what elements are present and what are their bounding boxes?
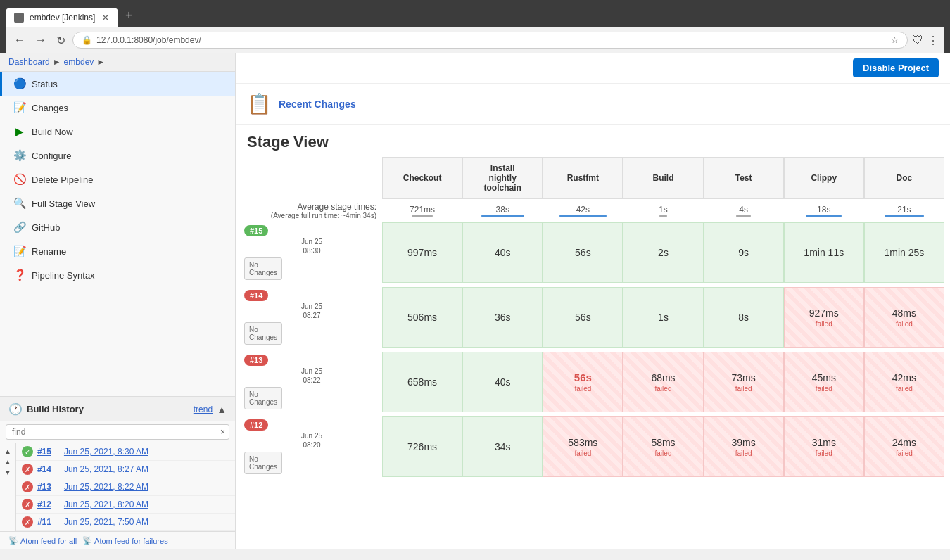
failed-label: failed bbox=[787, 385, 861, 393]
reload-button[interactable]: ↻ bbox=[53, 32, 68, 49]
build-number-link[interactable]: #15 bbox=[37, 447, 60, 457]
no-changes-button[interactable]: NoChanges bbox=[244, 257, 379, 280]
browser-tab[interactable]: embdev [Jenkins] ✕ bbox=[6, 8, 118, 27]
build-search-bar: × bbox=[0, 421, 235, 443]
sidebar-item-rename[interactable]: 📝 Rename bbox=[0, 239, 235, 263]
recent-changes-link[interactable]: Recent Changes bbox=[279, 98, 356, 110]
sidebar-item-pipeline-syntax[interactable]: ❓ Pipeline Syntax bbox=[0, 263, 235, 287]
sidebar-item-changes[interactable]: 📝 Changes bbox=[0, 96, 235, 120]
atom-feed-all-link[interactable]: 📡 Atom feed for all bbox=[8, 536, 77, 545]
no-changes-button[interactable]: NoChanges bbox=[244, 452, 379, 474]
stage-time: 36s bbox=[495, 312, 511, 323]
build-list-item: ✓#15Jun 25, 2021, 8:30 AM bbox=[16, 443, 235, 461]
stage-cell-#14-5[interactable]: 927msfailed bbox=[784, 287, 864, 348]
trend-link[interactable]: trend bbox=[194, 405, 213, 414]
breadcrumb: Dashboard ► embdev ► bbox=[0, 53, 235, 72]
build-date-link[interactable]: Jun 25, 2021, 8:27 AM bbox=[64, 464, 148, 474]
stage-cell-#14-1[interactable]: 36s bbox=[462, 287, 543, 348]
tab-close-button[interactable]: ✕ bbox=[101, 12, 110, 23]
stage-cell-#14-3[interactable]: 1s bbox=[623, 287, 703, 348]
stage-cell-#14-4[interactable]: 8s bbox=[704, 287, 784, 348]
sidebar-navigation: 🔵 Status 📝 Changes ▶ Build Now ⚙️ Config… bbox=[0, 72, 235, 396]
stage-cell-#12-4[interactable]: 39msfailed bbox=[704, 416, 784, 477]
sidebar-item-build-now[interactable]: ▶ Build Now bbox=[0, 120, 235, 144]
build-date-link[interactable]: Jun 25, 2021, 7:50 AM bbox=[64, 517, 148, 527]
stage-time: 56s bbox=[574, 371, 592, 383]
disable-project-button[interactable]: Disable Project bbox=[853, 58, 939, 77]
stage-cell-#14-0[interactable]: 506ms bbox=[382, 287, 462, 348]
avg-time-cell-4: 4s bbox=[704, 199, 784, 222]
stage-cell-#15-5[interactable]: 1min 11s bbox=[784, 222, 864, 283]
stage-cell-#12-5[interactable]: 31msfailed bbox=[784, 416, 864, 477]
stage-cell-#14-2[interactable]: 56s bbox=[543, 287, 623, 348]
extensions-button[interactable]: 🛡 bbox=[912, 34, 923, 46]
sidebar-item-delete-pipeline[interactable]: 🚫 Delete Pipeline bbox=[0, 167, 235, 191]
build-number-link[interactable]: #11 bbox=[37, 517, 60, 527]
no-changes-button[interactable]: NoChanges bbox=[244, 387, 379, 409]
url-bar[interactable]: 🔒 127.0.0.1:8080/job/embdev/ ☆ bbox=[72, 32, 908, 49]
build-badge[interactable]: #13 bbox=[244, 355, 268, 366]
no-changes-button[interactable]: NoChanges bbox=[244, 322, 379, 345]
build-date-link[interactable]: Jun 25, 2021, 8:20 AM bbox=[64, 499, 148, 509]
stage-cell-#13-2[interactable]: 56sfailed bbox=[543, 352, 623, 412]
build-number-link[interactable]: #14 bbox=[37, 464, 60, 474]
stage-cell-#13-5[interactable]: 45msfailed bbox=[784, 352, 864, 412]
stage-cell-#15-6[interactable]: 1min 25s bbox=[864, 222, 944, 283]
bookmark-icon[interactable]: ☆ bbox=[891, 35, 899, 45]
feed-all-label: Atom feed for all bbox=[20, 537, 77, 545]
collapse-button[interactable]: ▲ bbox=[217, 404, 227, 415]
stage-cell-#15-2[interactable]: 56s bbox=[543, 222, 623, 283]
build-row: #14Jun 2508:27NoChanges506ms36s56s1s8s92… bbox=[241, 287, 944, 348]
build-search-input[interactable] bbox=[6, 424, 229, 440]
breadcrumb-dashboard[interactable]: Dashboard bbox=[8, 57, 50, 67]
configure-icon: ⚙️ bbox=[13, 149, 26, 162]
col-header-checkout: Checkout bbox=[382, 157, 462, 199]
build-list-item: ✗#12Jun 25, 2021, 8:20 AM bbox=[16, 496, 235, 514]
build-badge[interactable]: #14 bbox=[244, 290, 268, 301]
breadcrumb-embdev[interactable]: embdev bbox=[64, 57, 94, 67]
stage-cell-#15-3[interactable]: 2s bbox=[623, 222, 703, 283]
stage-time: 1min 25s bbox=[885, 247, 925, 258]
menu-button[interactable]: ⋮ bbox=[927, 34, 939, 47]
sidebar-item-github[interactable]: 🔗 GitHub bbox=[0, 215, 235, 239]
stage-cell-#13-3[interactable]: 68msfailed bbox=[623, 352, 703, 412]
sidebar-item-configure[interactable]: ⚙️ Configure bbox=[0, 144, 235, 167]
stage-cell-#12-2[interactable]: 583msfailed bbox=[543, 416, 623, 477]
failed-label: failed bbox=[868, 320, 941, 328]
stage-time: 45ms bbox=[812, 372, 836, 383]
build-badge[interactable]: #12 bbox=[244, 419, 268, 431]
sidebar-item-status[interactable]: 🔵 Status bbox=[0, 72, 235, 96]
build-date-link[interactable]: Jun 25, 2021, 8:22 AM bbox=[64, 482, 148, 492]
search-clear-button[interactable]: × bbox=[220, 427, 225, 437]
stage-cell-#12-1[interactable]: 34s bbox=[462, 416, 543, 477]
scroll-up-button[interactable]: ▲ bbox=[3, 446, 13, 457]
stage-cell-#15-4[interactable]: 9s bbox=[704, 222, 784, 283]
stage-cell-#14-6[interactable]: 48msfailed bbox=[864, 287, 944, 348]
build-date-link[interactable]: Jun 25, 2021, 8:30 AM bbox=[64, 447, 148, 457]
back-button[interactable]: ← bbox=[11, 32, 28, 48]
stage-cell-#13-0[interactable]: 658ms bbox=[382, 352, 462, 412]
build-number-link[interactable]: #12 bbox=[37, 499, 60, 509]
stage-cell-#13-4[interactable]: 73msfailed bbox=[704, 352, 784, 412]
sidebar-item-full-stage-view[interactable]: 🔍 Full Stage View bbox=[0, 191, 235, 215]
stage-cell-#12-6[interactable]: 24msfailed bbox=[864, 416, 944, 477]
stage-cell-#15-1[interactable]: 40s bbox=[462, 222, 543, 283]
stage-cell-#13-1[interactable]: 40s bbox=[462, 352, 543, 412]
build-info-cell: #12Jun 2508:20NoChanges bbox=[241, 416, 382, 477]
forward-button[interactable]: → bbox=[32, 32, 49, 48]
stage-cell-#15-0[interactable]: 997ms bbox=[382, 222, 462, 283]
build-number-link[interactable]: #13 bbox=[37, 482, 60, 492]
scroll-up2-button[interactable]: ▲ bbox=[3, 457, 13, 467]
stage-time: 73ms bbox=[732, 372, 756, 383]
stage-time: 56s bbox=[575, 312, 591, 323]
scroll-down-button[interactable]: ▼ bbox=[3, 467, 13, 478]
build-badge[interactable]: #15 bbox=[244, 225, 268, 236]
stage-cell-#12-3[interactable]: 58msfailed bbox=[623, 416, 703, 477]
stage-cell-#13-6[interactable]: 42msfailed bbox=[864, 352, 944, 412]
sidebar-item-label-status: Status bbox=[32, 79, 58, 89]
sidebar-item-label-changes: Changes bbox=[32, 103, 68, 113]
stage-time: 1s bbox=[658, 312, 669, 323]
stage-cell-#12-0[interactable]: 726ms bbox=[382, 416, 462, 477]
atom-feed-failures-link[interactable]: 📡 Atom feed for failures bbox=[82, 536, 168, 545]
new-tab-button[interactable]: + bbox=[118, 4, 140, 27]
